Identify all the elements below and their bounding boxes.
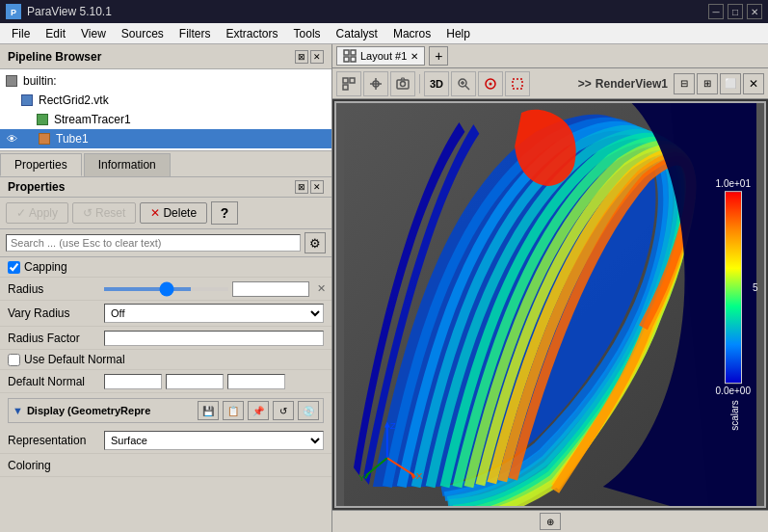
- display-reset-button[interactable]: ↺: [273, 401, 294, 420]
- 3d-button[interactable]: 3D: [424, 71, 449, 96]
- view-close-button[interactable]: ✕: [743, 73, 764, 94]
- menu-view[interactable]: View: [73, 25, 114, 42]
- pipeline-browser-controls: ⊠ ✕: [295, 50, 324, 64]
- vary-radius-row: Vary Radius Off By Scalar By Vector: [0, 301, 331, 327]
- normal-x-input[interactable]: 0: [104, 374, 162, 389]
- maximize-button[interactable]: □: [728, 4, 743, 19]
- legend-title: scalars: [729, 400, 740, 431]
- reset-camera-button[interactable]: [336, 71, 361, 96]
- view-split-v-button[interactable]: ⊞: [697, 73, 718, 94]
- list-item[interactable]: 👁 Tube1: [0, 129, 331, 148]
- pick-button[interactable]: [478, 71, 503, 96]
- pipeline-browser-close[interactable]: ✕: [310, 50, 324, 64]
- title-bar: P ParaView 5.10.1 ─ □ ✕: [0, 0, 768, 23]
- rectgrid-label: RectGrid2.vtk: [39, 93, 109, 107]
- menu-filters[interactable]: Filters: [172, 25, 219, 42]
- radius-factor-input[interactable]: 10: [104, 331, 324, 346]
- radius-clear-button[interactable]: ✕: [313, 281, 329, 297]
- apply-button[interactable]: ✓ Apply: [6, 202, 68, 224]
- pick-icon: [483, 76, 498, 92]
- layout-tab[interactable]: Layout #1 ✕: [336, 46, 425, 66]
- minimize-button[interactable]: ─: [708, 4, 724, 19]
- main-area: Pipeline Browser ⊠ ✕ builtin: RectGrid2.…: [0, 44, 768, 532]
- representation-row: Representation Surface Wireframe Points …: [0, 428, 331, 454]
- pipeline-browser-pin[interactable]: ⊠: [295, 50, 308, 64]
- layout-tab-label: Layout #1: [360, 50, 407, 62]
- bottom-bar: ⊕: [332, 510, 768, 532]
- legend-min-label: 0.0e+00: [716, 386, 751, 396]
- view-split-h-button[interactable]: ⊟: [674, 73, 695, 94]
- view-maximize-button[interactable]: ⬜: [720, 73, 741, 94]
- menu-edit[interactable]: Edit: [38, 25, 73, 42]
- apply-label: Apply: [29, 206, 58, 220]
- display-copy-button[interactable]: 📋: [223, 401, 244, 420]
- render-viewport[interactable]: Z X Y 1.0e+01 0.0e+00: [334, 101, 766, 508]
- close-button[interactable]: ✕: [747, 4, 762, 19]
- representation-select[interactable]: Surface Wireframe Points Surface With Ed…: [104, 431, 324, 450]
- selection-button[interactable]: [505, 71, 530, 96]
- list-item[interactable]: StreamTracer1: [0, 110, 331, 129]
- help-button[interactable]: ?: [211, 201, 238, 225]
- render-view-label: >>: [578, 77, 592, 91]
- layout-tab-close[interactable]: ✕: [410, 51, 418, 62]
- use-default-normal-row: Use Default Normal: [0, 350, 331, 370]
- vary-radius-value: Off By Scalar By Vector: [104, 304, 324, 323]
- properties-pin[interactable]: ⊠: [295, 180, 308, 194]
- svg-point-11: [401, 81, 406, 86]
- normal-y-input[interactable]: 0: [166, 374, 224, 389]
- menu-bar: File Edit View Sources Filters Extractor…: [0, 23, 768, 44]
- svg-text:Z: Z: [390, 420, 396, 431]
- tab-information[interactable]: Information: [84, 153, 171, 176]
- svg-rect-4: [344, 57, 349, 62]
- menu-sources[interactable]: Sources: [114, 25, 172, 42]
- normal-z-input[interactable]: 1: [227, 374, 285, 389]
- reset-button[interactable]: ↺ Reset: [72, 202, 136, 224]
- new-tab-button[interactable]: +: [429, 46, 448, 66]
- delete-button[interactable]: ✕ Delete: [140, 202, 207, 224]
- vary-radius-select[interactable]: Off By Scalar By Vector: [104, 304, 324, 323]
- svg-rect-7: [350, 78, 355, 83]
- list-item[interactable]: builtin:: [0, 71, 331, 91]
- visibility-eye-icon[interactable]: 👁: [4, 131, 19, 146]
- display-paste-button[interactable]: 📌: [248, 401, 269, 420]
- svg-rect-5: [351, 57, 356, 62]
- menu-macros[interactable]: Macros: [385, 25, 438, 42]
- bottom-center-button[interactable]: ⊕: [540, 513, 561, 530]
- use-default-normal-checkbox[interactable]: [8, 354, 20, 366]
- reset-camera-icon: [341, 76, 357, 92]
- menu-tools[interactable]: Tools: [286, 25, 329, 42]
- radius-value-input[interactable]: 0.00895797: [232, 281, 309, 297]
- screenshot-button[interactable]: [390, 71, 415, 96]
- radius-row: Radius 0.00895797 ✕ ↻: [0, 278, 331, 301]
- tube-icon: [37, 131, 52, 146]
- tab-properties[interactable]: Properties: [0, 153, 82, 176]
- legend-max-label: 1.0e+01: [716, 178, 751, 189]
- capping-checkbox[interactable]: [8, 261, 20, 274]
- menu-help[interactable]: Help: [438, 25, 478, 42]
- radius-factor-row: Radius Factor 10: [0, 327, 331, 350]
- svg-line-13: [465, 86, 469, 90]
- display-disk-button[interactable]: 💿: [298, 401, 319, 420]
- color-legend: 1.0e+01 0.0e+00 5 scalars: [716, 178, 755, 431]
- zoom-button[interactable]: [451, 71, 476, 96]
- list-item[interactable]: RectGrid2.vtk: [0, 91, 331, 110]
- search-input[interactable]: [6, 234, 301, 252]
- search-settings-button[interactable]: ⚙: [305, 232, 326, 253]
- radius-slider[interactable]: [104, 287, 228, 291]
- svg-rect-6: [343, 78, 348, 83]
- default-normal-row: Default Normal 0 0 1: [0, 370, 331, 393]
- menu-catalyst[interactable]: Catalyst: [329, 25, 385, 42]
- window-controls: ─ □ ✕: [708, 4, 762, 19]
- svg-rect-8: [343, 85, 348, 90]
- menu-file[interactable]: File: [4, 25, 38, 42]
- coloring-row: Coloring: [0, 454, 331, 477]
- vary-radius-label: Vary Radius: [8, 306, 104, 320]
- properties-close[interactable]: ✕: [310, 180, 324, 194]
- interact-icon: [368, 76, 384, 92]
- interact-button[interactable]: [363, 71, 388, 96]
- right-panel: Layout #1 ✕ +: [332, 44, 768, 532]
- menu-extractors[interactable]: Extractors: [219, 25, 286, 42]
- layout-icon: [343, 49, 357, 63]
- builtin-label: builtin:: [23, 74, 57, 88]
- display-save-button[interactable]: 💾: [198, 401, 219, 420]
